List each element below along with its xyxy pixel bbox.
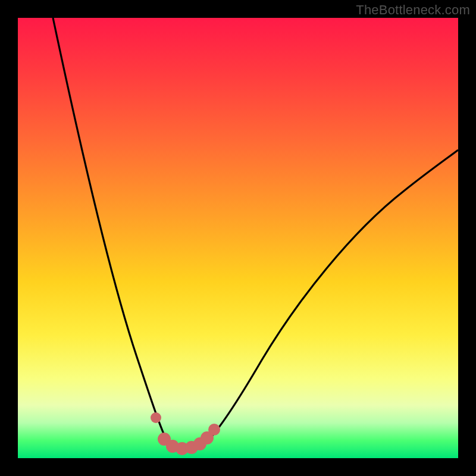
marker-dot (208, 424, 220, 436)
curve-path (53, 18, 458, 450)
marker-dot (151, 412, 161, 423)
chart-frame: TheBottleneck.com (0, 0, 476, 476)
valley-markers (151, 412, 220, 455)
bottleneck-curve (18, 18, 458, 458)
plot-area (18, 18, 458, 458)
attribution-label: TheBottleneck.com (356, 2, 470, 18)
